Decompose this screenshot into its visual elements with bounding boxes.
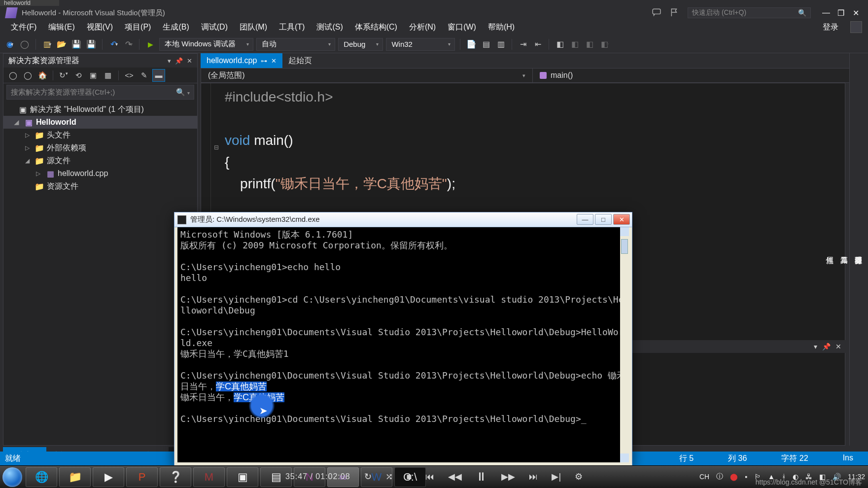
toolbox-tab[interactable]: 工具箱 xyxy=(837,246,851,256)
menu-team[interactable]: 团队(M) xyxy=(234,20,273,35)
scope-right-combo[interactable]: main()▾ xyxy=(533,69,865,82)
menu-test[interactable]: 测试(S) xyxy=(311,20,348,35)
menu-build[interactable]: 生成(B) xyxy=(157,20,195,35)
sol-refresh-icon[interactable]: ↻▾ xyxy=(57,69,70,82)
solution-node[interactable]: ▣ 解决方案 "Helloworld" (1 个项目) xyxy=(3,103,197,116)
menu-project[interactable]: 项目(P) xyxy=(119,20,157,35)
panel-dropdown-icon[interactable]: ▾ xyxy=(168,57,171,65)
osd-repeat-icon[interactable]: ↻ xyxy=(364,471,372,482)
folder-resource[interactable]: 📁 资源文件 xyxy=(3,180,197,193)
task-wmp[interactable]: ▶ xyxy=(93,467,124,487)
build-mode-combo[interactable]: Debug▾ xyxy=(338,38,383,51)
platform-combo[interactable]: Win32▾ xyxy=(386,38,455,51)
panel-pin-icon[interactable]: 📌 xyxy=(822,343,831,350)
save-all-button[interactable]: 💾 xyxy=(85,38,97,50)
ime-indicator[interactable]: CH xyxy=(699,473,709,481)
folder-source[interactable]: ◢ 📁 源文件 xyxy=(3,154,197,167)
quicklaunch-search[interactable]: 快速启动 (Ctrl+Q) 🔍 xyxy=(688,7,811,18)
task-powerpoint[interactable]: P xyxy=(126,467,158,487)
project-node[interactable]: ◢ ▣ Helloworld xyxy=(3,116,197,129)
feedback-icon[interactable] xyxy=(652,8,662,18)
osd-settings-icon[interactable]: ⚙ xyxy=(575,471,583,482)
save-button[interactable]: 💾 xyxy=(70,38,82,50)
file-helloworld[interactable]: ▷ ▦ helloworld.cpp xyxy=(3,167,197,180)
panel-pin-icon[interactable]: 📌 xyxy=(175,57,183,65)
server-explorer-tab[interactable]: 服务器资源管理器 xyxy=(852,246,865,256)
window-restore-button[interactable]: ❐ xyxy=(833,7,848,18)
cmd-window[interactable]: 管理员: C:\Windows\system32\cmd.exe — □ ✕ M… xyxy=(174,212,632,466)
menu-debug[interactable]: 调试(D) xyxy=(195,20,234,35)
folder-headers[interactable]: ▷ 📁 头文件 xyxy=(3,129,197,141)
window-minimize-button[interactable]: — xyxy=(819,7,833,18)
outdent-button[interactable]: ⇤ xyxy=(532,38,544,50)
indent-button[interactable]: ⇥ xyxy=(517,38,529,50)
debug-target-combo[interactable]: 本地 Windows 调试器▾ xyxy=(159,38,253,51)
nav-forward-button[interactable]: ◯ xyxy=(19,38,31,50)
osd-pause-icon[interactable]: ⏸ xyxy=(476,470,487,484)
scope-left-combo[interactable]: (全局范围)▾ xyxy=(201,69,533,82)
solution-tree[interactable]: ▣ 解决方案 "Helloworld" (1 个项目) ◢ ▣ Hellowor… xyxy=(3,101,197,445)
comment-button[interactable]: ▤ xyxy=(480,38,492,50)
cmd-scrollbar[interactable] xyxy=(620,227,629,462)
sign-in-link[interactable]: 登录 xyxy=(823,22,838,33)
bookmark-clear-button[interactable]: ◧▾ xyxy=(598,38,610,50)
start-button[interactable] xyxy=(0,466,25,488)
scroll-up-icon[interactable] xyxy=(620,227,629,236)
cmd-titlebar[interactable]: 管理员: C:\Windows\system32\cmd.exe — □ ✕ xyxy=(174,212,632,227)
editor-tab-helloworld[interactable]: helloworld.cpp ⊶ ✕ xyxy=(201,53,282,68)
task-ie[interactable]: 🌐 xyxy=(26,467,57,487)
find-in-files-button[interactable]: 📄▾ xyxy=(465,38,477,50)
sol-forward-icon[interactable]: ◯ xyxy=(21,69,34,82)
cmd-close-button[interactable]: ✕ xyxy=(613,214,630,225)
osd-step-icon[interactable]: ▶| xyxy=(552,471,561,482)
scroll-thumb[interactable] xyxy=(621,239,628,254)
menu-analyze[interactable]: 分析(N) xyxy=(403,20,442,35)
menu-edit[interactable]: 编辑(E) xyxy=(42,20,80,35)
menu-help[interactable]: 帮助(H) xyxy=(482,20,521,35)
pin-icon[interactable]: ⊶ xyxy=(261,57,267,65)
user-avatar-icon[interactable] xyxy=(850,21,862,33)
fold-icon[interactable]: ⊟ xyxy=(214,137,219,158)
cmd-maximize-button[interactable]: □ xyxy=(595,214,612,225)
menu-arch[interactable]: 体系结构(C) xyxy=(349,20,403,35)
menu-view[interactable]: 视图(V) xyxy=(81,20,119,35)
solution-explorer-search[interactable]: 搜索解决方案资源管理器(Ctrl+;) 🔍▾ xyxy=(6,85,194,100)
osd-rewind-icon[interactable]: ◀◀ xyxy=(448,471,462,482)
window-close-button[interactable]: ✕ xyxy=(848,7,863,18)
osd-prev-icon[interactable]: ⏮ xyxy=(425,472,434,482)
open-file-button[interactable]: 📂 xyxy=(56,38,68,50)
scroll-down-icon[interactable] xyxy=(620,453,629,462)
close-tab-icon[interactable]: ✕ xyxy=(271,57,277,65)
panel-close-icon[interactable]: ✕ xyxy=(187,57,192,65)
menu-window[interactable]: 窗口(W) xyxy=(442,20,482,35)
uncomment-button[interactable]: ▥ xyxy=(495,38,507,50)
redo-button[interactable]: ↷▾ xyxy=(122,38,134,50)
undo-button[interactable]: ↶▾ xyxy=(107,38,119,50)
properties-tab[interactable]: 属性 xyxy=(823,246,836,256)
sol-home-icon[interactable]: 🏠 xyxy=(36,69,49,82)
bookmark-prev-button[interactable]: ◧ xyxy=(569,38,581,50)
sol-designer-icon[interactable]: ✎ xyxy=(138,69,150,82)
osd-shuffle-icon[interactable]: ⤮ xyxy=(385,471,393,482)
osd-ff-icon[interactable]: ▶▶ xyxy=(501,471,515,482)
tray-record-icon[interactable]: ⬤ xyxy=(730,473,738,481)
start-debug-button[interactable]: ▶ xyxy=(144,38,156,50)
nav-back-button[interactable]: ◉▾ xyxy=(4,38,16,50)
bookmark-next-button[interactable]: ◧ xyxy=(584,38,595,50)
sol-code-icon[interactable]: <> xyxy=(123,69,136,82)
cmd-body[interactable]: Microsoft Windows [版本 6.1.7601] 版权所有 (c)… xyxy=(177,227,629,462)
editor-tab-startpage[interactable]: 起始页 xyxy=(282,53,318,68)
sol-sync-icon[interactable]: ⟲ xyxy=(72,69,85,82)
panel-close-icon[interactable]: ✕ xyxy=(835,343,841,350)
cmd-minimize-button[interactable]: — xyxy=(577,214,593,225)
tray-icon[interactable]: ▪ xyxy=(745,473,747,481)
tray-help-icon[interactable]: ⓘ xyxy=(716,472,723,481)
solution-config-combo[interactable]: 自动▾ xyxy=(256,38,335,51)
sol-collapse-icon[interactable]: ▦ xyxy=(102,69,114,82)
folder-external[interactable]: ▷ 📁 外部依赖项 xyxy=(3,141,197,154)
osd-next-icon[interactable]: ⏭ xyxy=(529,472,538,482)
sol-showall-icon[interactable]: ▣ xyxy=(87,69,100,82)
sol-back-icon[interactable]: ◯ xyxy=(6,69,19,82)
osd-stop-icon[interactable]: ■ xyxy=(407,472,412,482)
sol-properties-icon[interactable]: ▬ xyxy=(152,69,165,82)
